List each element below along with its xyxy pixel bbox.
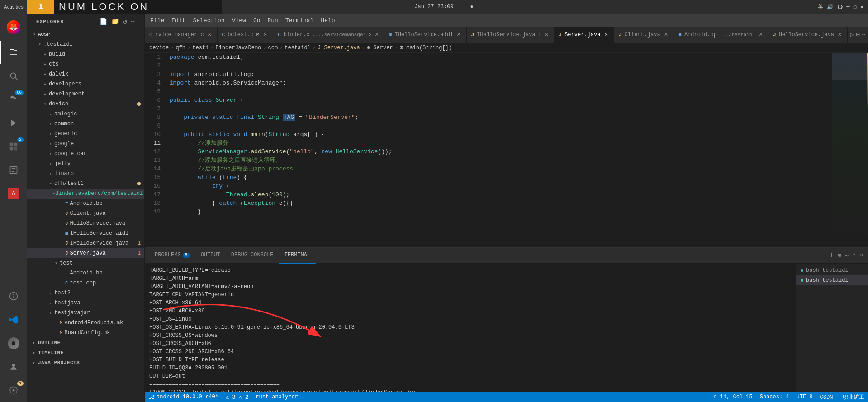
topbar-minimize[interactable]: ─ (846, 4, 849, 10)
tree-item-ihelloservice-java[interactable]: ▸ J IHelloService.java 1 (27, 238, 144, 248)
menu-item-help[interactable]: Help (317, 14, 338, 27)
activity-item-disc[interactable] (0, 331, 27, 355)
activity-item-explorer[interactable] (0, 41, 27, 64)
activity-item-run[interactable] (0, 111, 27, 135)
tree-section-timeline[interactable]: ▸ TIMELINE (27, 348, 144, 358)
tab-close[interactable]: × (603, 31, 609, 38)
run-split-icon[interactable]: ▷ (850, 31, 854, 38)
activity-item-vscode[interactable] (0, 308, 27, 331)
menu-item-go[interactable]: Go (250, 14, 264, 27)
tab-server-java[interactable]: J Server.java × (555, 27, 614, 43)
activity-item-account[interactable] (0, 355, 27, 378)
bc-com[interactable]: com (268, 45, 278, 51)
menu-item-view[interactable]: View (228, 14, 250, 27)
tree-item-test-cpp[interactable]: ▸ C test.cpp (27, 278, 144, 288)
tree-item-server-java[interactable]: ▸ J Server.java 1 (27, 248, 144, 258)
tab-android-bp[interactable]: ≡ Android.bp .../testaidl × (674, 27, 768, 43)
menu-item-file[interactable]: File (147, 14, 168, 27)
tab-close[interactable]: × (375, 31, 379, 38)
activity-item-help[interactable]: ? (0, 284, 27, 308)
new-folder-icon[interactable]: 📁 (111, 18, 119, 25)
tree-item-test[interactable]: ▾ test (27, 258, 144, 268)
tree-item-qfh[interactable]: ▾ qfh/test1 (27, 179, 144, 189)
topbar-audio[interactable]: 🔊 (827, 4, 834, 10)
code-area[interactable]: package com.testaidl; import android.uti… (165, 53, 832, 247)
tree-item-test-android-bp[interactable]: ▸ ≡ Android.bp (27, 268, 144, 278)
split-editor-icon[interactable]: ⊞ (856, 31, 859, 38)
tab-binder[interactable]: C binder.c .../servicemanager 3 × (273, 27, 384, 43)
bc-binderjava[interactable]: BinderJavaDemo (215, 45, 261, 51)
split-terminal-icon[interactable]: ⊞ (837, 252, 841, 260)
tree-item-google-car[interactable]: ▸ google_car (27, 149, 144, 159)
tab-helloservice-java[interactable]: J HelloService.java × (768, 27, 848, 43)
tree-item-developers[interactable]: ▸ developers (27, 79, 144, 89)
new-file-icon[interactable]: 📄 (100, 18, 108, 25)
tree-item-helloservice-java[interactable]: ▸ J HelloService.java (27, 218, 144, 228)
topbar-lang[interactable]: 英 (818, 3, 823, 11)
tree-item-boardconfig-mk[interactable]: ▸ M BoardConfig.mk (27, 328, 144, 338)
tree-item-generic[interactable]: ▸ generic (27, 129, 144, 139)
more-actions-icon[interactable]: ⋯ (862, 31, 865, 38)
activity-item-source-control[interactable]: 80 (0, 88, 27, 111)
minimap-slider[interactable] (832, 53, 868, 80)
menu-item-run[interactable]: Run (264, 14, 281, 27)
terminal-tab-problems[interactable]: PROBLEMS 5 (149, 248, 195, 264)
activity-item-extensions[interactable]: 2 (0, 135, 27, 158)
bc-test1[interactable]: test1 (192, 45, 209, 51)
bc-device[interactable]: device (149, 45, 169, 51)
status-encoding[interactable]: UTF-8 (793, 392, 816, 402)
terminal-tab-terminal[interactable]: TERMINAL (279, 248, 316, 264)
activity-item-extra1[interactable] (0, 158, 27, 182)
activity-item-firefox[interactable]: 🦊 (0, 14, 27, 41)
tree-item-google[interactable]: ▸ google (27, 139, 144, 149)
tab-close[interactable]: × (456, 31, 461, 38)
terminal-main[interactable]: TARGET_BUILD_TYPE=release TARGET_ARCH=ar… (145, 264, 796, 392)
status-csdn[interactable]: CSDN · 职业矿工 (816, 392, 868, 402)
tree-item-dalvik[interactable]: ▸ dalvik (27, 69, 144, 79)
tree-item-ihelloservice-aidl[interactable]: ▸ ≋ IHelloService.aidl (27, 228, 144, 238)
close-terminal-icon[interactable]: × (860, 252, 863, 259)
tree-item-client-java[interactable]: ▸ J Client.java (27, 208, 144, 218)
bc-qfh[interactable]: qfh (175, 45, 185, 51)
tree-item-android-bp[interactable]: ▸ ≡ Android.bp (27, 199, 144, 208)
tree-item-testjavajar[interactable]: ▸ testjavajar (27, 308, 144, 318)
tree-item-aosp[interactable]: ▾ AOSP (27, 29, 144, 39)
menu-item-selection[interactable]: Selection (189, 14, 228, 27)
bc-serverjava[interactable]: J Server.java (318, 45, 360, 51)
tab-rvice-manager[interactable]: C rvice_manager.c × (145, 27, 218, 43)
activity-item-extra2[interactable]: A (0, 182, 27, 205)
bc-main-method[interactable]: ⊡ main(String[]) (400, 44, 452, 51)
bc-testaidl[interactable]: testaidl (285, 45, 311, 51)
tree-item-amlogic[interactable]: ▸ amlogic (27, 109, 144, 119)
activity-item-search[interactable] (0, 64, 27, 88)
tab-close[interactable]: × (837, 31, 843, 38)
terminal-tab-output[interactable]: OUTPUT (195, 248, 226, 264)
tree-item-common[interactable]: ▸ common (27, 119, 144, 129)
tree-item-cts[interactable]: ▸ cts (27, 59, 144, 69)
new-terminal-icon[interactable]: + (830, 251, 834, 260)
refresh-icon[interactable]: ↺ (123, 18, 127, 25)
tree-item-binderjava[interactable]: ▾ BinderJavaDemo/com/testaidl (27, 189, 144, 199)
tree-item-testjava[interactable]: ▸ testjava (27, 298, 144, 308)
tab-close[interactable]: × (262, 31, 268, 38)
status-spaces[interactable]: Spaces: 4 (756, 392, 793, 402)
tree-item-androidproducts-mk[interactable]: ▸ M AndroidProducts.mk (27, 318, 144, 328)
tab-close[interactable]: × (544, 31, 549, 38)
menu-item-edit[interactable]: Edit (168, 14, 189, 27)
tree-item-device[interactable]: ▾ device (27, 99, 144, 109)
tab-close[interactable]: × (663, 31, 669, 38)
tree-item-test2[interactable]: ▸ test2 (27, 288, 144, 298)
bc-server-class[interactable]: ⊕ Server (367, 44, 393, 51)
tab-ihello-aidl[interactable]: ≋ IHelloService.aidl × (384, 27, 467, 43)
tab-bctest[interactable]: C bctest.c M × (218, 27, 274, 43)
tab-client-java[interactable]: J Client.java × (614, 27, 674, 43)
tree-item-linaro[interactable]: ▸ linaro (27, 169, 144, 179)
terminal-tab-debug[interactable]: DEBUG CONSOLE (226, 248, 279, 264)
tab-close[interactable]: × (207, 31, 213, 38)
tree-item-development[interactable]: ▸ development (27, 89, 144, 99)
tab-ihello-java[interactable]: J IHelloService.java ↑ × (467, 27, 555, 43)
tab-close[interactable]: × (758, 31, 764, 38)
tree-section-java-projects[interactable]: ▸ JAVA PROJECTS (27, 358, 144, 368)
topbar-close-btn[interactable]: ✕ (860, 4, 863, 10)
tree-section-outline[interactable]: ▸ OUTLINE (27, 338, 144, 348)
